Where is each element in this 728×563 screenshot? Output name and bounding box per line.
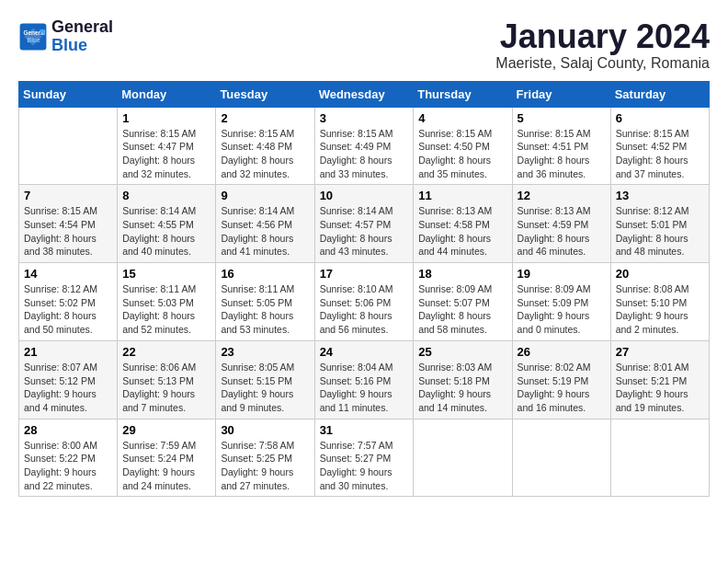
day-detail: Sunrise: 8:15 AMSunset: 4:50 PMDaylight:… xyxy=(418,127,506,181)
header-cell-friday: Friday xyxy=(512,81,610,107)
day-number: 25 xyxy=(418,345,506,359)
day-number: 12 xyxy=(518,189,606,202)
location-title: Maeriste, Salaj County, Romania xyxy=(495,55,710,72)
day-number: 10 xyxy=(320,189,409,202)
day-detail: Sunrise: 8:13 AMSunset: 4:59 PMDaylight:… xyxy=(518,204,606,259)
day-number: 7 xyxy=(24,189,112,202)
calendar-cell: 31 Sunrise: 7:57 AMSunset: 5:27 PMDaylig… xyxy=(314,419,414,497)
day-number: 28 xyxy=(24,423,112,437)
day-detail: Sunrise: 8:08 AMSunset: 5:10 PMDaylight:… xyxy=(616,282,704,337)
calendar-cell: 2 Sunrise: 8:15 AMSunset: 4:48 PMDayligh… xyxy=(216,107,314,185)
calendar-cell: 9 Sunrise: 8:14 AMSunset: 4:56 PMDayligh… xyxy=(216,185,314,263)
calendar-cell: 10 Sunrise: 8:14 AMSunset: 4:57 PMDaylig… xyxy=(314,185,414,263)
day-detail: Sunrise: 8:04 AMSunset: 5:16 PMDaylight:… xyxy=(320,361,409,415)
day-number: 2 xyxy=(221,111,309,125)
day-detail: Sunrise: 8:02 AMSunset: 5:19 PMDaylight:… xyxy=(518,361,606,415)
day-number: 18 xyxy=(418,267,506,281)
day-detail: Sunrise: 8:01 AMSunset: 5:21 PMDaylight:… xyxy=(616,361,704,415)
day-number: 9 xyxy=(221,189,309,202)
day-detail: Sunrise: 8:15 AMSunset: 4:54 PMDaylight:… xyxy=(24,204,112,259)
calendar-week-row: 7 Sunrise: 8:15 AMSunset: 4:54 PMDayligh… xyxy=(19,185,710,263)
calendar-week-row: 28 Sunrise: 8:00 AMSunset: 5:22 PMDaylig… xyxy=(19,419,710,497)
day-number: 27 xyxy=(616,345,704,359)
day-detail: Sunrise: 8:09 AMSunset: 5:07 PMDaylight:… xyxy=(418,282,506,337)
calendar-week-row: 1 Sunrise: 8:15 AMSunset: 4:47 PMDayligh… xyxy=(19,107,710,185)
logo-text: General Blue xyxy=(51,18,113,55)
calendar-cell: 23 Sunrise: 8:05 AMSunset: 5:15 PMDaylig… xyxy=(216,340,314,419)
calendar-cell: 27 Sunrise: 8:01 AMSunset: 5:21 PMDaylig… xyxy=(610,340,709,419)
calendar-cell: 17 Sunrise: 8:10 AMSunset: 5:06 PMDaylig… xyxy=(314,263,414,341)
day-detail: Sunrise: 8:13 AMSunset: 4:58 PMDaylight:… xyxy=(418,204,506,259)
calendar-cell xyxy=(414,419,512,497)
day-detail: Sunrise: 8:12 AMSunset: 5:02 PMDaylight:… xyxy=(24,282,112,337)
day-detail: Sunrise: 8:15 AMSunset: 4:47 PMDaylight:… xyxy=(122,127,210,181)
day-number: 29 xyxy=(122,423,210,437)
day-number: 1 xyxy=(122,111,210,125)
calendar-cell: 22 Sunrise: 8:06 AMSunset: 5:13 PMDaylig… xyxy=(118,340,216,419)
calendar-cell: 7 Sunrise: 8:15 AMSunset: 4:54 PMDayligh… xyxy=(19,185,118,263)
day-number: 23 xyxy=(221,345,309,359)
calendar-cell: 18 Sunrise: 8:09 AMSunset: 5:07 PMDaylig… xyxy=(414,263,512,341)
calendar-header-row: SundayMondayTuesdayWednesdayThursdayFrid… xyxy=(19,81,710,107)
day-number: 26 xyxy=(518,345,606,359)
day-detail: Sunrise: 8:15 AMSunset: 4:51 PMDaylight:… xyxy=(518,127,606,181)
calendar-cell: 29 Sunrise: 7:59 AMSunset: 5:24 PMDaylig… xyxy=(118,419,216,497)
day-detail: Sunrise: 8:09 AMSunset: 5:09 PMDaylight:… xyxy=(518,282,606,337)
header-cell-monday: Monday xyxy=(118,81,216,107)
day-number: 13 xyxy=(616,189,704,202)
calendar-cell: 3 Sunrise: 8:15 AMSunset: 4:49 PMDayligh… xyxy=(314,107,414,185)
day-detail: Sunrise: 8:07 AMSunset: 5:12 PMDaylight:… xyxy=(24,361,112,415)
header-cell-tuesday: Tuesday xyxy=(216,81,314,107)
calendar-cell: 15 Sunrise: 8:11 AMSunset: 5:03 PMDaylig… xyxy=(118,263,216,341)
day-number: 6 xyxy=(616,111,704,125)
day-number: 11 xyxy=(418,189,506,202)
calendar-week-row: 14 Sunrise: 8:12 AMSunset: 5:02 PMDaylig… xyxy=(19,263,710,341)
calendar-cell: 26 Sunrise: 8:02 AMSunset: 5:19 PMDaylig… xyxy=(512,340,610,419)
day-number: 24 xyxy=(320,345,409,359)
logo: General Blue General Blue xyxy=(18,18,113,55)
calendar-cell: 20 Sunrise: 8:08 AMSunset: 5:10 PMDaylig… xyxy=(610,263,709,341)
day-detail: Sunrise: 8:15 AMSunset: 4:48 PMDaylight:… xyxy=(221,127,309,181)
day-detail: Sunrise: 8:14 AMSunset: 4:55 PMDaylight:… xyxy=(122,204,210,259)
day-number: 14 xyxy=(24,267,112,281)
svg-text:Blue: Blue xyxy=(28,37,40,43)
calendar-cell: 30 Sunrise: 7:58 AMSunset: 5:25 PMDaylig… xyxy=(216,419,314,497)
day-number: 5 xyxy=(518,111,606,125)
calendar-cell: 5 Sunrise: 8:15 AMSunset: 4:51 PMDayligh… xyxy=(512,107,610,185)
day-detail: Sunrise: 8:14 AMSunset: 4:56 PMDaylight:… xyxy=(221,204,309,259)
day-number: 17 xyxy=(320,267,409,281)
day-detail: Sunrise: 8:10 AMSunset: 5:06 PMDaylight:… xyxy=(320,282,409,337)
calendar-cell: 1 Sunrise: 8:15 AMSunset: 4:47 PMDayligh… xyxy=(118,107,216,185)
day-detail: Sunrise: 8:11 AMSunset: 5:05 PMDaylight:… xyxy=(221,282,309,337)
calendar-cell: 28 Sunrise: 8:00 AMSunset: 5:22 PMDaylig… xyxy=(19,419,118,497)
day-number: 8 xyxy=(122,189,210,202)
day-number: 15 xyxy=(122,267,210,281)
calendar-cell xyxy=(19,107,118,185)
day-number: 22 xyxy=(122,345,210,359)
calendar-cell: 6 Sunrise: 8:15 AMSunset: 4:52 PMDayligh… xyxy=(610,107,709,185)
calendar-table: SundayMondayTuesdayWednesdayThursdayFrid… xyxy=(18,81,710,498)
day-detail: Sunrise: 8:00 AMSunset: 5:22 PMDaylight:… xyxy=(24,439,112,493)
calendar-cell: 11 Sunrise: 8:13 AMSunset: 4:58 PMDaylig… xyxy=(414,185,512,263)
day-detail: Sunrise: 8:15 AMSunset: 4:52 PMDaylight:… xyxy=(616,127,704,181)
day-number: 4 xyxy=(418,111,506,125)
day-detail: Sunrise: 7:57 AMSunset: 5:27 PMDaylight:… xyxy=(320,439,409,493)
header-cell-saturday: Saturday xyxy=(610,81,709,107)
day-number: 30 xyxy=(221,423,309,437)
header-cell-wednesday: Wednesday xyxy=(314,81,414,107)
calendar-cell: 8 Sunrise: 8:14 AMSunset: 4:55 PMDayligh… xyxy=(118,185,216,263)
calendar-cell: 12 Sunrise: 8:13 AMSunset: 4:59 PMDaylig… xyxy=(512,185,610,263)
calendar-cell xyxy=(512,419,610,497)
day-detail: Sunrise: 8:06 AMSunset: 5:13 PMDaylight:… xyxy=(122,361,210,415)
day-detail: Sunrise: 8:05 AMSunset: 5:15 PMDaylight:… xyxy=(221,361,309,415)
title-block: January 2024 Maeriste, Salaj County, Rom… xyxy=(495,18,710,72)
calendar-cell: 16 Sunrise: 8:11 AMSunset: 5:05 PMDaylig… xyxy=(216,263,314,341)
calendar-cell: 4 Sunrise: 8:15 AMSunset: 4:50 PMDayligh… xyxy=(414,107,512,185)
day-number: 16 xyxy=(221,267,309,281)
calendar-cell xyxy=(610,419,709,497)
calendar-week-row: 21 Sunrise: 8:07 AMSunset: 5:12 PMDaylig… xyxy=(19,340,710,419)
day-detail: Sunrise: 8:12 AMSunset: 5:01 PMDaylight:… xyxy=(616,204,704,259)
calendar-cell: 19 Sunrise: 8:09 AMSunset: 5:09 PMDaylig… xyxy=(512,263,610,341)
day-detail: Sunrise: 7:58 AMSunset: 5:25 PMDaylight:… xyxy=(221,439,309,493)
header-cell-sunday: Sunday xyxy=(19,81,118,107)
